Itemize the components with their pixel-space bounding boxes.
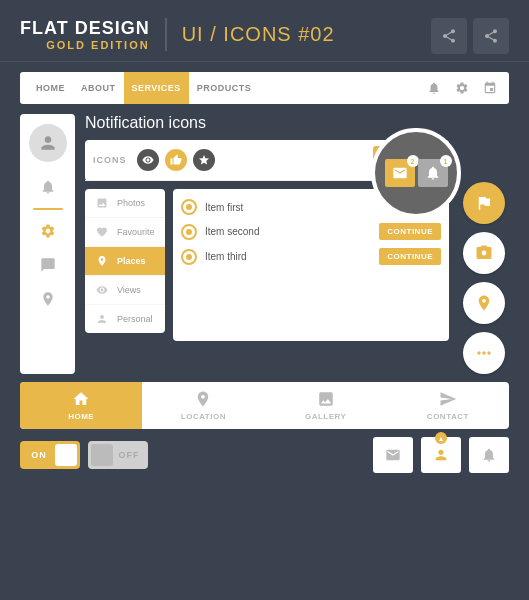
thumb-icon-circle[interactable] — [165, 149, 187, 171]
menu-views-label: Views — [117, 285, 157, 295]
nav-home[interactable]: HOME — [28, 72, 73, 104]
menu-item-views[interactable]: Views — [85, 276, 165, 305]
nav-services[interactable]: SERVICES — [124, 72, 189, 104]
bottom-nav-contact[interactable]: CONTACT — [387, 382, 509, 429]
zoom-overlay: 2 1 — [371, 128, 461, 218]
toggle-off-label: OFF — [113, 450, 145, 460]
photos-icon — [93, 194, 111, 212]
avatar — [29, 124, 67, 162]
places-icon — [93, 252, 111, 270]
list-item-2: Item second CONTINUE — [181, 219, 441, 244]
bottom-nav-gallery-label: GALLERY — [305, 412, 346, 421]
nav-icons-group — [423, 77, 501, 99]
camera-button[interactable] — [463, 232, 505, 274]
share-button-1[interactable] — [431, 18, 467, 54]
toggle-off-knob — [91, 444, 113, 466]
gear-nav-icon[interactable] — [451, 77, 473, 99]
bottom-nav-location[interactable]: LOCATION — [142, 382, 264, 429]
sidebar-notifications-icon[interactable] — [33, 172, 63, 202]
bottom-nav-contact-label: CONTACT — [427, 412, 469, 421]
header-title: FLAT DESIGN — [20, 18, 150, 39]
list-item-2-text: Item second — [205, 226, 371, 237]
header-ui-label: UI / ICONS #02 — [167, 23, 335, 46]
zoom-bell-badge: 1 — [440, 155, 452, 167]
continue-button-2[interactable]: CONTINUE — [379, 223, 441, 240]
views-icon — [93, 281, 111, 299]
header-subtitle: GOLD EDITION — [20, 39, 150, 51]
menu-item-photos[interactable]: Photos — [85, 189, 165, 218]
menu-favourite-label: Favourite — [117, 227, 157, 237]
nav-about[interactable]: ABOUT — [73, 72, 124, 104]
sidebar-divider — [33, 208, 63, 210]
toggle-on-knob — [55, 444, 77, 466]
nav-products[interactable]: PRODUCTS — [189, 72, 260, 104]
bottom-nav-home[interactable]: HOME — [20, 382, 142, 429]
toggle-on[interactable]: ON — [20, 441, 80, 469]
bottom-bell-icon[interactable] — [469, 437, 509, 473]
sidebar — [20, 114, 75, 374]
toggle-on-label: ON — [23, 450, 55, 460]
bottom-notif-icons: ▲ — [373, 437, 509, 473]
navbar: HOME ABOUT SERVICES PRODUCTS — [20, 72, 509, 104]
bottom-nav-location-label: LOCATION — [181, 412, 226, 421]
menu-panel: Photos Favourite Places — [85, 189, 165, 333]
more-button[interactable] — [463, 332, 505, 374]
menu-photos-label: Photos — [117, 198, 157, 208]
menu-item-places[interactable]: Places — [85, 247, 165, 276]
sidebar-settings-icon[interactable] — [33, 216, 63, 246]
menu-personal-label: Personal — [117, 314, 157, 324]
list-dot-1 — [181, 199, 197, 215]
favourite-icon — [93, 223, 111, 241]
bottom-nav-home-label: HOME — [68, 412, 94, 421]
list-item-3: Item third CONTINUE — [181, 244, 441, 269]
share-buttons — [431, 18, 509, 54]
zoom-bell-box: 1 — [418, 159, 448, 187]
menu-places-label: Places — [117, 256, 157, 266]
bottom-envelope-icon[interactable] — [373, 437, 413, 473]
header-branding: FLAT DESIGN GOLD EDITION — [20, 18, 167, 51]
personal-icon — [93, 310, 111, 328]
zoom-envelope-box: 2 — [385, 159, 415, 187]
list-dot-2 — [181, 224, 197, 240]
pin-nav-icon[interactable] — [479, 77, 501, 99]
icons-label: ICONS — [93, 155, 127, 165]
bell-nav-icon[interactable] — [423, 77, 445, 99]
bottom-nav: HOME LOCATION GALLERY CONTACT — [20, 382, 509, 429]
zoom-envelope-badge: 2 — [407, 155, 419, 167]
notification-title: Notification icons — [85, 114, 449, 132]
menu-item-favourite[interactable]: Favourite — [85, 218, 165, 247]
star-icon-circle[interactable] — [193, 149, 215, 171]
toggle-off[interactable]: OFF — [88, 441, 148, 469]
sidebar-pin-icon[interactable] — [33, 284, 63, 314]
toggles-row: ON OFF ▲ — [20, 437, 509, 473]
pin-button[interactable] — [463, 282, 505, 324]
list-dot-3 — [181, 249, 197, 265]
continue-button-3[interactable]: CONTINUE — [379, 248, 441, 265]
eye-icon-circle[interactable] — [137, 149, 159, 171]
share-button-2[interactable] — [473, 18, 509, 54]
bottom-person-icon[interactable]: ▲ — [421, 437, 461, 473]
right-column — [459, 114, 509, 374]
bottom-nav-gallery[interactable]: GALLERY — [265, 382, 387, 429]
flag-button[interactable] — [463, 182, 505, 224]
zoom-inner: 2 1 — [385, 159, 448, 187]
bottom-person-badge: ▲ — [435, 432, 447, 444]
sidebar-chat-icon[interactable] — [33, 250, 63, 280]
menu-item-personal[interactable]: Personal — [85, 305, 165, 333]
list-item-3-text: Item third — [205, 251, 371, 262]
